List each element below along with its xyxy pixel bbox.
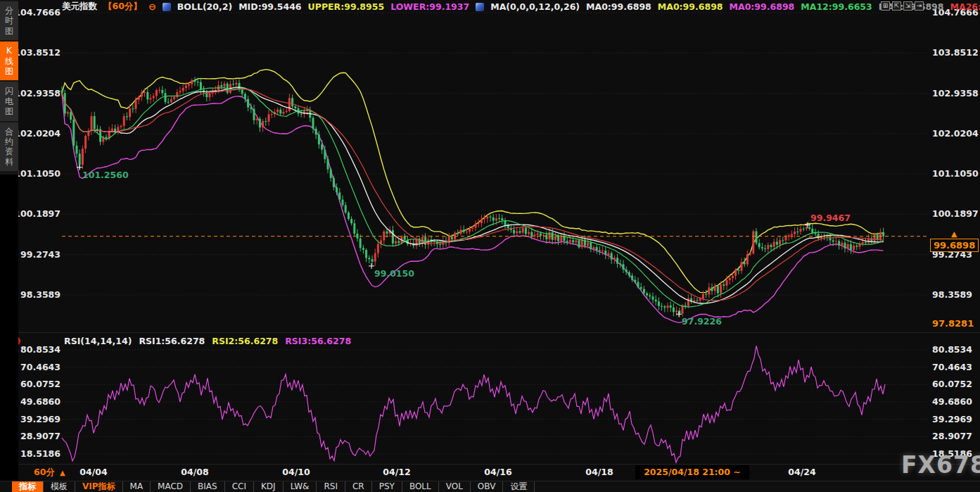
axis-tick-label: 49.6860	[20, 396, 61, 407]
date-label: 04/10	[282, 467, 310, 477]
ma-value: MA12:99.6653	[801, 1, 872, 12]
toolbar-item-RSI[interactable]: RSI	[317, 481, 345, 492]
sidebar-tab-label: K线图	[4, 46, 14, 76]
toolbar-item-MACD[interactable]: MACD	[151, 481, 191, 492]
axis-tick-label: 39.2969	[932, 414, 972, 424]
boll-mid-value: MID:99.5446	[238, 1, 301, 12]
toolbar-item-BIAS[interactable]: BIAS	[191, 481, 225, 492]
rsi2-value: RSI2:56.6278	[212, 336, 278, 346]
axis-tick-label: 60.0752	[932, 379, 972, 389]
toolbar-item-KDJ[interactable]: KDJ	[254, 481, 284, 492]
panel-divider	[18, 332, 980, 333]
boll-legend-icon[interactable]	[163, 3, 171, 11]
sidebar-tab-label: 分时图	[4, 6, 14, 36]
toolbar-item-VIP指标[interactable]: VIP指标	[75, 481, 123, 492]
axis-tick-label: 18.5186	[20, 448, 61, 459]
indicator-toolbar: 指标模板VIP指标MAMACDBIASCCIKDJLW&RSICRPSYBOLL…	[0, 481, 980, 492]
axis-tick-label: 70.4643	[20, 362, 61, 372]
axis-tick-label: 28.9077	[20, 431, 61, 441]
selected-bar-time: 2025/04/18 21:00 ~ 22:00 五	[635, 465, 749, 479]
extreme-price-label: 101.2560	[82, 170, 129, 180]
rsi-params: RSI(14,14,14)	[64, 336, 132, 346]
ma-value: MA0:99.6898	[658, 1, 723, 12]
ma-legend-icon[interactable]	[476, 3, 484, 11]
axis-tick-label: 39.2969	[20, 414, 61, 424]
ma-value: MA26:99.5042	[950, 1, 980, 12]
price-flag-icon: ▲	[951, 229, 957, 239]
ma-value: MA0:99.6898	[586, 1, 651, 12]
symbol-name: 美元指数	[62, 1, 97, 13]
period-menu-icon[interactable]: ⊖	[148, 2, 156, 11]
date-label: 04/16	[484, 467, 511, 477]
toolbar-item-模板[interactable]: 模板	[44, 481, 75, 492]
axis-tick-label: 80.8534	[932, 344, 972, 355]
time-axis: 60分 ▲ 2025/04/18 21:00 ~ 22:00 五 04/0404…	[0, 465, 980, 480]
last-price-box: 99.6898	[930, 239, 979, 252]
toolbar-item-BOLL[interactable]: BOLL	[402, 481, 439, 492]
axis-tick-label: 49.6860	[932, 396, 972, 407]
toolbar-item-MA[interactable]: MA	[123, 481, 151, 492]
axis-tick-label: 28.9077	[932, 431, 972, 441]
date-label: 04/18	[585, 467, 613, 477]
toolbar-item-CR[interactable]: CR	[345, 481, 372, 492]
toolbar-item-CCI[interactable]: CCI	[225, 481, 254, 492]
chart-canvas[interactable]: 101.256099.015097.922699.9467	[0, 0, 980, 492]
axis-tick-label: 70.4643	[932, 362, 972, 372]
dropdown-arrow-icon: ▲	[60, 469, 65, 477]
date-label: 04/24	[788, 467, 815, 477]
date-label: 04/04	[79, 467, 107, 477]
indicator-header: 美元指数 【60分】 ⊖ BOLL(20,2) MID:99.5446 UPPE…	[62, 1, 980, 12]
toolbar-item-指标[interactable]: 指标	[12, 481, 44, 492]
sidebar-tab-label: 合约资料	[4, 127, 14, 168]
sidebar-tab-分时图[interactable]: 分时图	[0, 1, 18, 40]
extreme-price-label: 99.9467	[810, 213, 851, 223]
date-label: 04/12	[383, 467, 410, 477]
period-selector-label: 60分	[34, 467, 55, 479]
trading-terminal: 101.256099.015097.922699.9467 分时图K线图闪电图合…	[0, 0, 980, 492]
ma-name: MA(0,0,0,12,0,26)	[490, 1, 580, 12]
scroll-right-icon[interactable]: ⇥	[915, 1, 924, 11]
extreme-price-label: 97.9226	[682, 316, 722, 327]
date-label: 04/08	[181, 467, 208, 477]
boll-upper-value: UPPER:99.8955	[308, 1, 385, 12]
sidebar-tab-K线图[interactable]: K线图	[0, 42, 18, 80]
toolbar-item-设置[interactable]: 设置	[503, 481, 535, 492]
period-selector[interactable]: 60分 ▲	[34, 467, 65, 479]
axis-tick-label: 60.0752	[20, 379, 61, 389]
rsi-header: ✛ RSI(14,14,14) RSI1:56.6278 RSI2:56.627…	[11, 336, 351, 346]
x-axis-scale-icon[interactable]: ⇲	[903, 1, 912, 11]
rsi3-value: RSI3:56.6278	[285, 336, 351, 346]
pane-layout-icon[interactable]: ⊞	[881, 1, 890, 11]
toolbar-item-LW&[interactable]: LW&	[284, 481, 317, 492]
toolbar-item-PSY[interactable]: PSY	[372, 481, 402, 492]
sidebar-tab-label: 闪电图	[4, 86, 14, 116]
y-axis-scale-icon[interactable]: ⇱	[892, 1, 901, 11]
sidebar-tab-strip: 分时图K线图闪电图合约资料	[0, 0, 18, 492]
sidebar-tab-闪电图[interactable]: 闪电图	[0, 82, 18, 120]
toolbar-item-OBV[interactable]: OBV	[471, 481, 504, 492]
extreme-price-label: 99.0150	[374, 268, 414, 279]
ma-value: MA0:99.6898	[730, 1, 795, 12]
rsi-axis-left: 80.853470.464360.075249.686039.296928.90…	[20, 0, 61, 492]
sidebar-tab-合约资料[interactable]: 合约资料	[0, 122, 18, 172]
session-low-label: 97.8281	[932, 318, 974, 329]
rsi1-value: RSI1:56.6278	[139, 336, 205, 346]
boll-lower-value: LOWER:99.1937	[390, 1, 469, 12]
boll-name: BOLL(20,2)	[177, 1, 232, 12]
toolbar-item-VOL[interactable]: VOL	[439, 481, 471, 492]
chart-corner-toolbar: ⊞⇱⇲⇥	[881, 1, 924, 11]
period-label[interactable]: 【60分】	[103, 1, 142, 13]
sidebar-tabs: 分时图K线图闪电图合约资料	[0, 0, 18, 175]
